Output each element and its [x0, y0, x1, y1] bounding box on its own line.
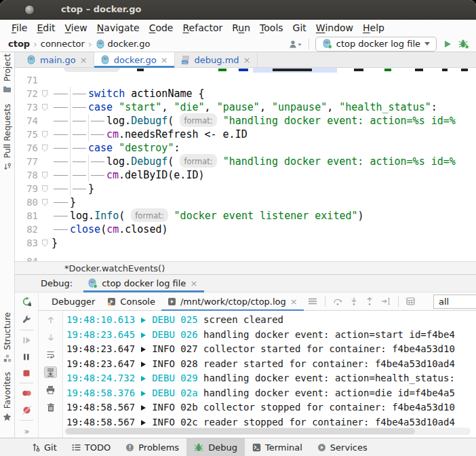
log-line: 19:48:23.647INFO 028 reader started for … — [66, 357, 476, 372]
evaluate-expression-button[interactable] — [406, 297, 415, 305]
rerun-button[interactable] — [22, 297, 32, 307]
debug-view-tabs: DebuggerConsole/mnt/work/ctop/ctop.log× … — [39, 292, 476, 311]
clear-all-button[interactable] — [47, 403, 55, 412]
close-icon[interactable]: × — [161, 56, 168, 64]
user-account-icon[interactable] — [288, 39, 302, 49]
close-icon[interactable]: × — [190, 279, 197, 288]
stripe-item-project[interactable]: Project — [3, 54, 12, 93]
debug-session-tab[interactable]: ctop docker log file × — [83, 275, 204, 292]
stop-button[interactable] — [22, 369, 31, 377]
layout-menu-icon[interactable] — [308, 297, 317, 305]
step-over-button[interactable] — [333, 297, 342, 305]
log-level: DEBU 02a — [152, 387, 197, 398]
menu-view[interactable]: View — [60, 22, 92, 33]
tab-whitespace — [52, 223, 70, 236]
pause-button[interactable] — [22, 353, 31, 361]
run-to-cursor-button[interactable] — [381, 297, 391, 305]
statusbar-todo[interactable]: TODO — [64, 438, 118, 456]
go-file-icon — [26, 55, 36, 64]
tab-whitespace — [70, 141, 88, 155]
debug-run-button[interactable] — [458, 39, 469, 49]
more-actions-button[interactable]: » — [24, 426, 29, 436]
next-occurrence-button[interactable] — [47, 333, 55, 341]
menu-navigate[interactable]: Navigate — [92, 22, 144, 33]
log-filter-select[interactable]: all — [433, 294, 476, 309]
statusbar-problems[interactable]: Problems — [118, 438, 186, 456]
prev-occurrence-button[interactable] — [47, 316, 55, 324]
menu-refactor[interactable]: Refactor — [178, 22, 227, 33]
fold-gutter — [38, 87, 52, 100]
mute-breakpoints-button[interactable] — [22, 406, 31, 415]
fold-marker-icon[interactable] — [42, 131, 48, 138]
resume-button[interactable] — [22, 336, 31, 345]
tab-label: debug.md — [195, 55, 239, 65]
line-number: 74 — [15, 114, 38, 128]
horizontal-scrollbar[interactable] — [64, 428, 471, 435]
debug-view-tab-mnt-work-ctop-ctop-log[interactable]: /mnt/work/ctop/ctop.log× — [161, 292, 304, 311]
fold-marker-icon[interactable] — [42, 185, 48, 193]
editor-tab-debug-md[interactable]: MDdebug.md× — [175, 52, 258, 67]
statusbar-debug[interactable]: Debug — [186, 438, 245, 456]
close-icon[interactable]: × — [80, 56, 87, 64]
fold-marker-icon[interactable] — [42, 90, 48, 98]
code-line-80: 80} — [15, 195, 476, 209]
statusbar-services[interactable]: Services — [310, 438, 375, 456]
fold-marker-icon[interactable] — [42, 199, 48, 206]
md-file-icon: MD — [181, 55, 191, 64]
log-level: DEBU 025 — [152, 314, 197, 325]
debug-view-tab-debugger[interactable]: Debugger — [45, 292, 101, 311]
run-button[interactable] — [443, 39, 452, 49]
step-out-button[interactable] — [365, 297, 374, 305]
log-console[interactable]: 19:48:10.613DEBU 025 screen cleared19:48… — [63, 311, 476, 438]
fold-marker-icon[interactable] — [42, 172, 48, 179]
fold-gutter — [38, 141, 52, 155]
close-icon[interactable]: × — [243, 56, 251, 64]
breadcrumb-docker-go[interactable]: docker.go — [96, 39, 151, 49]
tool-window-stripe: ProjectPull Requests StructureFavorites — [0, 52, 15, 438]
code-line-71: 71 — [15, 73, 476, 87]
enclosing-function[interactable]: *Docker.watchEvents() — [64, 263, 165, 273]
stripe-item-favorites[interactable]: Favorites — [3, 372, 12, 421]
fold-marker-icon[interactable] — [42, 104, 48, 111]
stripe-item-structure[interactable]: Structure — [3, 312, 12, 362]
log-line: 19:48:10.613DEBU 025 screen cleared — [66, 313, 476, 328]
menu-tools[interactable]: Tools — [255, 22, 288, 33]
step-into-button[interactable] — [350, 297, 358, 305]
debug-view-tab-console[interactable]: Console — [101, 292, 161, 311]
breadcrumb-connector[interactable]: connector — [41, 39, 85, 49]
menu-edit[interactable]: Edit — [32, 22, 60, 33]
print-button[interactable] — [46, 385, 55, 394]
close-icon[interactable]: × — [290, 297, 298, 306]
settings-wrench-icon[interactable] — [22, 315, 31, 324]
editor-tab-main-go[interactable]: main.go× — [20, 52, 94, 67]
code-editor[interactable]: 7172switch actionName {73case "start", "… — [15, 68, 476, 261]
soft-wrap-button[interactable] — [46, 350, 55, 359]
log-marker-icon — [141, 318, 146, 323]
menu-code[interactable]: Code — [144, 22, 178, 33]
breadcrumb-ctop[interactable]: ctop — [8, 39, 30, 49]
run-config-select[interactable]: ctop docker log file — [315, 37, 437, 52]
line-number: 76 — [15, 141, 38, 155]
scroll-to-end-button[interactable] — [44, 366, 57, 378]
log-line: 19:48:24.732DEBU 029 handling docker eve… — [66, 371, 476, 386]
stripe-label: Structure — [3, 312, 12, 350]
log-message: screen cleared — [198, 314, 283, 325]
fold-marker-icon[interactable] — [42, 240, 48, 247]
menu-file[interactable]: File — [7, 22, 32, 33]
view-breakpoints-button[interactable] — [22, 389, 32, 398]
tab-label: docker.go — [114, 55, 157, 65]
statusbar-git[interactable]: Git — [24, 438, 64, 456]
stripe-item-pull-requests[interactable]: Pull Requests — [3, 104, 12, 171]
menu-window[interactable]: Window — [311, 22, 358, 33]
menu-help[interactable]: Help — [358, 22, 389, 33]
tab-whitespace — [52, 182, 70, 195]
title-bar: ctop – docker.go — [0, 0, 476, 20]
menu-git[interactable]: Git — [288, 22, 311, 33]
editor-tab-docker-go[interactable]: docker.go× — [94, 52, 175, 67]
line-number: 75 — [15, 128, 38, 141]
fold-marker-icon[interactable] — [42, 145, 48, 152]
statusbar-terminal[interactable]: Terminal — [245, 438, 310, 456]
debug-panel-header: Debug: ctop docker log file × — [15, 275, 476, 292]
menu-run[interactable]: Run — [227, 22, 255, 33]
window-button[interactable] — [24, 5, 35, 15]
